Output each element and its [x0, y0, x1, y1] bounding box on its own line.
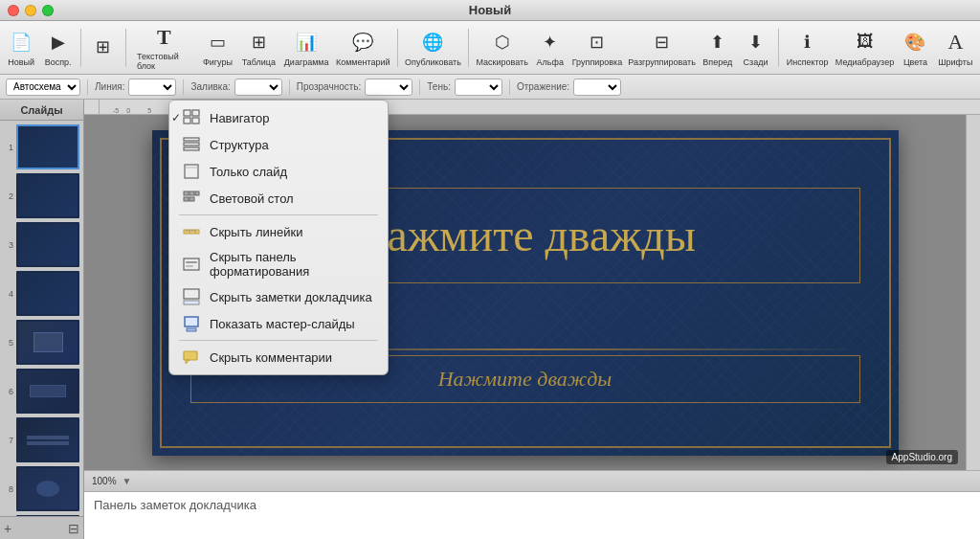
- opacity-label: Прозрачность:: [297, 81, 362, 92]
- reflection-label: Отражение:: [517, 81, 569, 92]
- mediabrowser-button[interactable]: 🖼 Медиабраузер: [834, 24, 896, 72]
- watermark: AppStudio.org: [886, 450, 958, 464]
- fmt-sep-4: [419, 79, 420, 95]
- sidebar: Слайды 1 2 3 4: [0, 100, 84, 539]
- svg-rect-12: [184, 197, 189, 201]
- ungroup-icon: ⊟: [649, 29, 676, 56]
- lightbox-menu-icon: [183, 190, 200, 207]
- notes-label: Панель заметок докладчика: [94, 498, 256, 512]
- svg-rect-22: [184, 289, 199, 299]
- play-button[interactable]: ▶ Воспр.: [40, 24, 75, 72]
- slide-item-3[interactable]: 3: [4, 222, 79, 267]
- toolbar-sep-3: [397, 29, 398, 67]
- view-switcher[interactable]: ⊞: [86, 24, 121, 72]
- slide-thumb-9[interactable]: [16, 515, 79, 516]
- toolbar-sep-5: [778, 29, 779, 67]
- slide-item-8[interactable]: 8: [4, 466, 79, 511]
- new-button[interactable]: 📄 Новый: [4, 24, 38, 72]
- mask-button[interactable]: ⬡ Маскировать: [474, 24, 530, 72]
- menu-item-slide-only[interactable]: Только слайд: [169, 158, 388, 185]
- menu-item-format-panel[interactable]: Скрыть панель форматирования: [169, 245, 388, 283]
- svg-rect-5: [184, 143, 199, 146]
- slide-thumb-6[interactable]: [16, 369, 79, 414]
- colors-button[interactable]: 🎨 Цвета: [898, 24, 932, 72]
- main-area: Слайды 1 2 3 4: [0, 100, 980, 539]
- slide-thumb-5[interactable]: [16, 320, 79, 365]
- view-menu: ✓ Навигатор: [168, 100, 389, 375]
- sidebar-resize-button[interactable]: ⊟: [68, 521, 79, 536]
- slide-thumb-1[interactable]: [16, 124, 79, 169]
- table-icon: ⊞: [245, 29, 272, 56]
- alpha-button[interactable]: ✦ Альфа: [532, 24, 568, 72]
- svg-marker-27: [186, 360, 189, 364]
- menu-item-structure[interactable]: Структура: [169, 131, 388, 158]
- inspector-button[interactable]: ℹ Инспектор: [784, 24, 832, 72]
- shadow-select[interactable]: [455, 79, 502, 96]
- slide-item-6[interactable]: 6: [4, 369, 79, 414]
- slide-thumb-2[interactable]: [16, 173, 79, 218]
- fonts-button[interactable]: A Шрифты: [935, 24, 976, 72]
- forward-button[interactable]: ⬆ Вперед: [699, 24, 736, 72]
- shadow-label: Тень:: [427, 81, 451, 92]
- publish-button[interactable]: 🌐 Опубликовать: [403, 24, 463, 72]
- toolbar-sep-2: [125, 29, 126, 67]
- menu-item-comments[interactable]: Скрыть комментарии: [169, 344, 388, 371]
- slide-item-1[interactable]: 1: [4, 124, 79, 169]
- opacity-select[interactable]: [365, 79, 412, 96]
- ruler-corner: [84, 100, 100, 115]
- group-button[interactable]: ⊡ Группировка: [569, 24, 625, 72]
- maximize-button[interactable]: [42, 5, 54, 16]
- slide-subtitle: Нажмите дважды: [438, 367, 612, 392]
- menu-item-lightbox[interactable]: Световой стол: [169, 185, 388, 212]
- shapes-button[interactable]: ▭ Фигуры: [199, 24, 236, 72]
- slide-item-4[interactable]: 4: [4, 271, 79, 316]
- play-icon: ▶: [45, 29, 72, 56]
- menu-item-master[interactable]: Показать мастер-слайды: [169, 310, 388, 337]
- view-icon: ⊞: [90, 34, 117, 60]
- slide-thumb-4[interactable]: [16, 271, 79, 316]
- svg-rect-21: [186, 265, 193, 267]
- close-button[interactable]: [8, 5, 19, 16]
- svg-rect-23: [184, 301, 199, 304]
- formatbar: Автосхема Линия: Заливка: Прозрачность: …: [0, 75, 980, 100]
- svg-rect-9: [184, 191, 189, 195]
- menu-item-notes[interactable]: Скрыть заметки докладчика: [169, 283, 388, 310]
- zoom-bar: 100% ▼: [84, 470, 980, 491]
- vertical-scrollbar[interactable]: [966, 115, 980, 470]
- reflection-select[interactable]: [573, 79, 621, 96]
- master-menu-icon: [183, 315, 200, 332]
- slide-list[interactable]: 1 2 3 4: [0, 121, 83, 516]
- comment-button[interactable]: 💬 Комментарий: [334, 24, 392, 72]
- svg-rect-4: [184, 138, 199, 141]
- diagram-button[interactable]: 📊 Диаграмма: [281, 24, 332, 72]
- svg-rect-11: [195, 191, 199, 195]
- traffic-lights: [8, 5, 54, 16]
- add-slide-button[interactable]: +: [4, 521, 11, 536]
- slide-item-5[interactable]: 5: [4, 320, 79, 365]
- slide-thumb-8[interactable]: [16, 466, 79, 511]
- textblock-button[interactable]: T Текстовый блок: [131, 24, 197, 72]
- svg-rect-10: [189, 191, 194, 195]
- slide-thumb-3[interactable]: [16, 222, 79, 267]
- fonts-icon: A: [942, 29, 969, 56]
- back-button[interactable]: ⬇ Сзади: [738, 24, 772, 72]
- diagram-icon: 📊: [293, 29, 320, 56]
- svg-rect-14: [184, 230, 199, 234]
- slide-thumb-7[interactable]: [16, 417, 79, 462]
- svg-rect-0: [184, 110, 190, 116]
- svg-rect-25: [187, 328, 196, 331]
- table-button[interactable]: ⊞ Таблица: [238, 24, 279, 72]
- slide-item-7[interactable]: 7: [4, 417, 79, 462]
- slide-item-2[interactable]: 2: [4, 173, 79, 218]
- fill-select[interactable]: [234, 79, 282, 96]
- minimize-button[interactable]: [25, 5, 36, 16]
- forward-icon: ⬆: [704, 29, 731, 56]
- fmt-sep-2: [183, 79, 184, 95]
- menu-item-rulers[interactable]: Скрыть линейки: [169, 218, 388, 245]
- menu-item-navigator[interactable]: ✓ Навигатор: [169, 104, 388, 131]
- line-select[interactable]: [128, 79, 176, 96]
- fmt-sep-5: [509, 79, 510, 95]
- ungroup-button[interactable]: ⊟ Разгруппировать: [627, 24, 697, 72]
- inspector-icon: ℹ: [794, 29, 821, 56]
- autopilot-select[interactable]: Автосхема: [6, 79, 80, 96]
